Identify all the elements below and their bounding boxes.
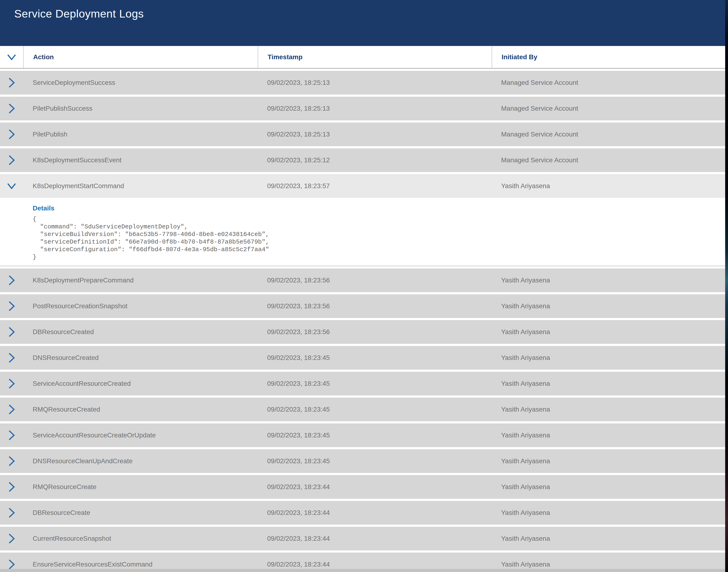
row-expand-toggle[interactable] xyxy=(0,559,23,570)
chevron-right-icon[interactable] xyxy=(8,430,15,441)
row-expand-toggle[interactable] xyxy=(0,300,23,312)
log-row[interactable]: PiletPublish 09/02/2023, 18:25:13 Manage… xyxy=(0,123,725,146)
row-expand-toggle[interactable] xyxy=(0,507,23,518)
log-row[interactable]: CurrentResourceSnapshot 09/02/2023, 18:2… xyxy=(0,527,725,551)
row-expand-toggle[interactable] xyxy=(0,129,23,140)
log-row[interactable]: DNSResourceCreated 09/02/2023, 18:23:45 … xyxy=(0,346,725,370)
service-deployment-logs-page: Service Deployment Logs Action Timestamp… xyxy=(0,0,728,572)
column-header-timestamp: Timestamp xyxy=(258,46,492,68)
row-action: DBResourceCreate xyxy=(23,509,258,516)
log-rows-list: ServiceDeploymentSuccess 09/02/2023, 18:… xyxy=(0,71,725,572)
row-expand-toggle[interactable] xyxy=(0,326,23,338)
row-expand-toggle[interactable] xyxy=(0,404,23,415)
chevron-right-icon[interactable] xyxy=(8,352,15,363)
row-expand-toggle[interactable] xyxy=(0,481,23,493)
row-initiated-by: Managed Service Account xyxy=(492,105,725,112)
chevron-right-icon[interactable] xyxy=(8,533,15,544)
row-initiated-by: Managed Service Account xyxy=(492,156,725,164)
row-expand-toggle[interactable] xyxy=(0,103,23,114)
row-expand-toggle[interactable] xyxy=(0,430,23,441)
row-action: RMQResourceCreated xyxy=(23,406,258,413)
row-initiated-by: Yasith Ariyasena xyxy=(492,509,725,516)
expand-all-toggle[interactable] xyxy=(0,46,23,68)
row-timestamp: 09/02/2023, 18:23:56 xyxy=(258,328,492,336)
log-row[interactable]: RMQResourceCreated 09/02/2023, 18:23:45 … xyxy=(0,398,725,421)
row-initiated-by: Managed Service Account xyxy=(492,131,725,138)
row-details-panel: Details { "command": "SduServiceDeployme… xyxy=(0,198,725,266)
row-initiated-by: Managed Service Account xyxy=(492,79,725,86)
chevron-right-icon[interactable] xyxy=(8,378,15,389)
row-timestamp: 09/02/2023, 18:25:12 xyxy=(258,156,492,164)
row-timestamp: 09/02/2023, 18:25:13 xyxy=(258,105,492,112)
chevron-right-icon[interactable] xyxy=(8,455,15,467)
chevron-right-icon[interactable] xyxy=(8,300,15,312)
row-initiated-by: Yasith Ariyasena xyxy=(492,535,725,543)
row-action: ServiceAccountResourceCreated xyxy=(23,380,258,387)
row-action: K8sDeploymentStartCommand xyxy=(23,182,258,190)
log-row[interactable]: DNSResourceCleanUpAndCreate 09/02/2023, … xyxy=(0,449,725,473)
log-row[interactable]: DBResourceCreated 09/02/2023, 18:23:56 Y… xyxy=(0,320,725,344)
chevron-right-icon[interactable] xyxy=(8,507,15,518)
log-row[interactable]: PostResourceCreationSnapshot 09/02/2023,… xyxy=(0,294,725,318)
row-expand-toggle[interactable] xyxy=(0,154,23,166)
page-header: Service Deployment Logs xyxy=(0,0,725,46)
details-label: Details xyxy=(33,205,725,212)
log-row[interactable]: ServiceAccountResourceCreateOrUpdate 09/… xyxy=(0,423,725,447)
row-initiated-by: Yasith Ariyasena xyxy=(492,483,725,491)
row-expand-toggle[interactable] xyxy=(0,275,23,286)
log-row[interactable]: ServiceAccountResourceCreated 09/02/2023… xyxy=(0,372,725,396)
chevron-right-icon[interactable] xyxy=(8,326,15,338)
row-initiated-by: Yasith Ariyasena xyxy=(492,182,725,190)
row-initiated-by: Yasith Ariyasena xyxy=(492,328,725,336)
desktop-edge-strip xyxy=(725,0,728,572)
log-row[interactable]: PiletPublishSuccess 09/02/2023, 18:25:13… xyxy=(0,97,725,120)
row-expand-toggle[interactable] xyxy=(0,352,23,363)
chevron-right-icon[interactable] xyxy=(8,103,15,114)
chevron-right-icon[interactable] xyxy=(8,275,15,286)
row-expand-toggle[interactable] xyxy=(0,378,23,389)
row-action: DNSResourceCleanUpAndCreate xyxy=(23,457,258,465)
chevron-right-icon[interactable] xyxy=(8,129,15,140)
row-action: PostResourceCreationSnapshot xyxy=(23,302,258,310)
chevron-right-icon[interactable] xyxy=(8,481,15,493)
row-action: DBResourceCreated xyxy=(23,328,258,336)
row-expand-toggle[interactable] xyxy=(0,533,23,544)
table-header-row: Action Timestamp Initiated By xyxy=(0,46,725,69)
row-initiated-by: Yasith Ariyasena xyxy=(492,406,725,413)
row-timestamp: 09/02/2023, 18:23:45 xyxy=(258,431,492,439)
row-initiated-by: Yasith Ariyasena xyxy=(492,431,725,439)
chevron-right-icon[interactable] xyxy=(8,559,15,570)
chevron-down-icon[interactable] xyxy=(7,183,16,189)
log-row[interactable]: K8sDeploymentPrepareCommand 09/02/2023, … xyxy=(0,269,725,292)
row-timestamp: 09/02/2023, 18:23:57 xyxy=(258,182,492,190)
log-row[interactable]: K8sDeploymentSuccessEvent 09/02/2023, 18… xyxy=(0,148,725,172)
log-row[interactable]: RMQResourceCreate 09/02/2023, 18:23:44 Y… xyxy=(0,475,725,499)
row-timestamp: 09/02/2023, 18:25:13 xyxy=(258,79,492,86)
row-timestamp: 09/02/2023, 18:23:56 xyxy=(258,302,492,310)
row-timestamp: 09/02/2023, 18:23:44 xyxy=(258,561,492,568)
log-row[interactable]: ServiceDeploymentSuccess 09/02/2023, 18:… xyxy=(0,71,725,94)
row-action: DNSResourceCreated xyxy=(23,354,258,362)
log-row[interactable]: K8sDeploymentStartCommand 09/02/2023, 18… xyxy=(0,174,725,198)
row-action: CurrentResourceSnapshot xyxy=(23,535,258,543)
row-initiated-by: Yasith Ariyasena xyxy=(492,302,725,310)
row-expand-toggle[interactable] xyxy=(0,455,23,467)
page-title: Service Deployment Logs xyxy=(0,0,725,20)
chevron-down-icon[interactable] xyxy=(7,54,16,60)
row-expand-toggle[interactable] xyxy=(0,77,23,88)
chevron-right-icon[interactable] xyxy=(8,154,15,166)
row-expand-toggle[interactable] xyxy=(0,183,23,189)
row-action: K8sDeploymentSuccessEvent xyxy=(23,156,258,164)
row-action: RMQResourceCreate xyxy=(23,483,258,491)
row-action: ServiceAccountResourceCreateOrUpdate xyxy=(23,431,258,439)
chevron-right-icon[interactable] xyxy=(8,404,15,415)
column-header-initiated-by: Initiated By xyxy=(492,46,725,68)
row-timestamp: 09/02/2023, 18:23:44 xyxy=(258,483,492,491)
row-timestamp: 09/02/2023, 18:23:45 xyxy=(258,354,492,362)
chevron-right-icon[interactable] xyxy=(8,77,15,88)
log-row[interactable]: DBResourceCreate 09/02/2023, 18:23:44 Ya… xyxy=(0,501,725,524)
row-timestamp: 09/02/2023, 18:23:45 xyxy=(258,380,492,387)
row-timestamp: 09/02/2023, 18:23:44 xyxy=(258,509,492,516)
row-initiated-by: Yasith Ariyasena xyxy=(492,457,725,465)
horizontal-scrollbar[interactable] xyxy=(0,569,725,572)
